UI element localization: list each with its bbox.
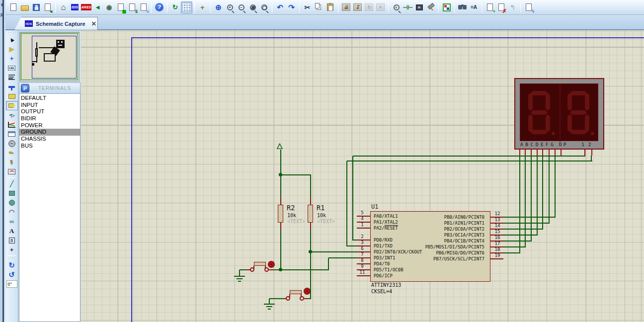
remove-sheet-icon[interactable]: ✗ bbox=[495, 1, 507, 13]
new-file-icon[interactable] bbox=[7, 1, 19, 13]
paste-icon[interactable] bbox=[324, 1, 336, 13]
new-sheet-icon[interactable]: + bbox=[484, 1, 495, 13]
wire-segment bbox=[352, 156, 353, 241]
display-face bbox=[520, 83, 598, 141]
tool-device-pin[interactable]: =▷ bbox=[6, 110, 18, 120]
drag-handle: ····· bbox=[5, 257, 18, 260]
terminal-type-power[interactable]: POWER bbox=[19, 122, 80, 129]
background-window-edge: ╻ p bbox=[0, 0, 4, 322]
undo-icon[interactable]: ↶ bbox=[274, 1, 286, 13]
ares-module-icon[interactable]: ARES bbox=[80, 1, 92, 13]
terminal-type-bidir[interactable]: BIDIR bbox=[19, 115, 80, 122]
tool-path-2d[interactable]: ∞ bbox=[6, 217, 18, 226]
mcu-property: CKSEL=4 bbox=[371, 289, 392, 294]
decompose-icon[interactable] bbox=[425, 1, 436, 13]
back-arrow-icon[interactable]: ◄ bbox=[92, 1, 103, 13]
wire-segment bbox=[503, 235, 538, 236]
make-device-icon[interactable]: ⊣⊢ bbox=[402, 1, 413, 13]
cut-icon[interactable]: ✂ bbox=[302, 1, 313, 13]
block-move-icon[interactable]: ↧ bbox=[352, 1, 363, 13]
tab-close-icon[interactable]: ✕ bbox=[91, 20, 96, 27]
tool-voltage-probe[interactable]: ✎ bbox=[6, 148, 18, 158]
tool-separator bbox=[7, 255, 16, 256]
schematic-canvas[interactable]: △ R210k<TEXT>R110k<TEXT> U1 ATTINY2313 C… bbox=[81, 30, 644, 322]
terminal-type-default[interactable]: DEFAULT bbox=[19, 95, 80, 102]
pick-device-icon[interactable]: ● bbox=[391, 1, 402, 13]
button-actuate-icon[interactable] bbox=[268, 261, 274, 267]
bill-of-materials-icon[interactable]: $ bbox=[126, 1, 138, 13]
packaging-tool-icon[interactable] bbox=[413, 1, 425, 13]
wire-segment bbox=[537, 156, 538, 236]
terminal-type-bus[interactable]: BUS bbox=[19, 143, 80, 150]
mark-output-icon[interactable]: ▦ bbox=[115, 1, 126, 13]
block-rotate-icon[interactable]: ↻ bbox=[363, 1, 375, 13]
tool-terminal[interactable] bbox=[6, 101, 18, 110]
schematic-overview[interactable] bbox=[19, 32, 80, 81]
copy-icon[interactable] bbox=[313, 1, 324, 13]
tool-circle-2d[interactable] bbox=[6, 198, 18, 207]
zoom-out-icon[interactable]: − bbox=[236, 1, 247, 13]
tool-generator[interactable]: ~ bbox=[6, 139, 18, 148]
tab-schematic-capture[interactable]: ISIS Schematic Capture ✕ bbox=[14, 17, 98, 30]
tool-rotate-anticlockwise[interactable]: ↺ bbox=[6, 270, 18, 279]
electrical-check-icon[interactable]: ϟ bbox=[523, 1, 534, 13]
property-assignment-icon[interactable]: =A bbox=[468, 1, 480, 13]
tool-wire-label[interactable]: LBL bbox=[6, 63, 18, 73]
tool-subcircuit[interactable] bbox=[6, 91, 18, 101]
tool-selection[interactable]: ▲ bbox=[6, 35, 18, 44]
tool-component[interactable]: ▶ bbox=[6, 44, 18, 54]
save-design-icon[interactable] bbox=[30, 1, 42, 13]
terminal-type-input[interactable]: INPUT bbox=[19, 102, 80, 109]
import-section-icon[interactable]: ◄ bbox=[42, 1, 53, 13]
isis-module-icon[interactable]: ISIS bbox=[69, 1, 80, 13]
tool-marker-2d[interactable]: + bbox=[6, 245, 18, 254]
terminals-list[interactable]: DEFAULTINPUTOUTPUTBIDIRPOWERGROUNDCHASSI… bbox=[19, 94, 80, 322]
tool-text-2d[interactable]: A bbox=[6, 226, 18, 236]
terminal-type-chassis[interactable]: CHASSIS bbox=[19, 136, 80, 143]
tool-virtual-instrument[interactable] bbox=[6, 167, 18, 176]
zoom-area-icon[interactable]: ▢ bbox=[258, 1, 270, 13]
redo-icon[interactable]: ↷ bbox=[286, 1, 297, 13]
tool-line-2d[interactable]: ╱ bbox=[6, 179, 18, 188]
seven-segment-display[interactable]: ABCDEFG DP 12 bbox=[514, 78, 604, 150]
rotation-angle-field[interactable]: 0° bbox=[6, 280, 17, 288]
terminal-type-output[interactable]: OUTPUT bbox=[19, 108, 80, 115]
tool-arc-2d[interactable]: ◠ bbox=[6, 207, 18, 217]
tool-bus[interactable] bbox=[6, 82, 18, 91]
web-search-icon[interactable]: ◉ bbox=[103, 1, 115, 13]
tool-box-2d[interactable] bbox=[6, 188, 18, 198]
pan-icon[interactable]: ⊕ bbox=[213, 1, 224, 13]
block-delete-icon[interactable]: × bbox=[375, 1, 386, 13]
pick-devices-button[interactable]: P bbox=[21, 84, 29, 92]
open-design-icon[interactable] bbox=[19, 1, 30, 13]
tool-symbol-2d[interactable]: S bbox=[6, 236, 18, 245]
clipped-glyph: ╻ bbox=[0, 1, 3, 6]
tool-rotate-clockwise[interactable]: ↻ bbox=[6, 260, 18, 270]
power-terminal[interactable]: △ bbox=[277, 142, 283, 149]
tool-current-probe[interactable]: ✎ bbox=[6, 158, 18, 167]
pin-number: 9 bbox=[356, 264, 369, 269]
toolbar-separator bbox=[151, 2, 152, 13]
pin-label: PB3/OC1A/PCINT3 bbox=[370, 233, 487, 238]
terminal-type-ground[interactable]: GROUND bbox=[19, 129, 80, 136]
goto-sheet-icon[interactable]: ↰ bbox=[507, 1, 518, 13]
redraw-icon[interactable]: ↻ bbox=[169, 1, 181, 13]
wire-segment bbox=[503, 246, 526, 247]
home-icon[interactable]: ⌂ bbox=[58, 1, 69, 13]
toggle-grid-icon[interactable] bbox=[181, 1, 192, 13]
tool-text-script[interactable] bbox=[6, 73, 18, 82]
zoom-all-icon[interactable]: ▣ bbox=[247, 1, 258, 13]
zoom-in-icon[interactable]: + bbox=[224, 1, 236, 13]
wire-segment bbox=[353, 156, 585, 157]
pin-stub bbox=[301, 294, 302, 297]
tool-graph[interactable] bbox=[6, 120, 18, 129]
button-actuate-icon[interactable] bbox=[304, 288, 310, 294]
block-copy-icon[interactable]: ⇊ bbox=[340, 1, 352, 13]
origin-icon[interactable]: + bbox=[197, 1, 208, 13]
help-icon[interactable]: ? bbox=[154, 1, 165, 13]
design-explorer-icon[interactable]: ≡ bbox=[138, 1, 149, 13]
netlist-icon[interactable] bbox=[441, 1, 452, 13]
find-component-icon[interactable] bbox=[457, 1, 468, 13]
tool-tape-recorder[interactable] bbox=[6, 129, 18, 139]
tool-junction-dot[interactable]: + bbox=[6, 54, 18, 63]
